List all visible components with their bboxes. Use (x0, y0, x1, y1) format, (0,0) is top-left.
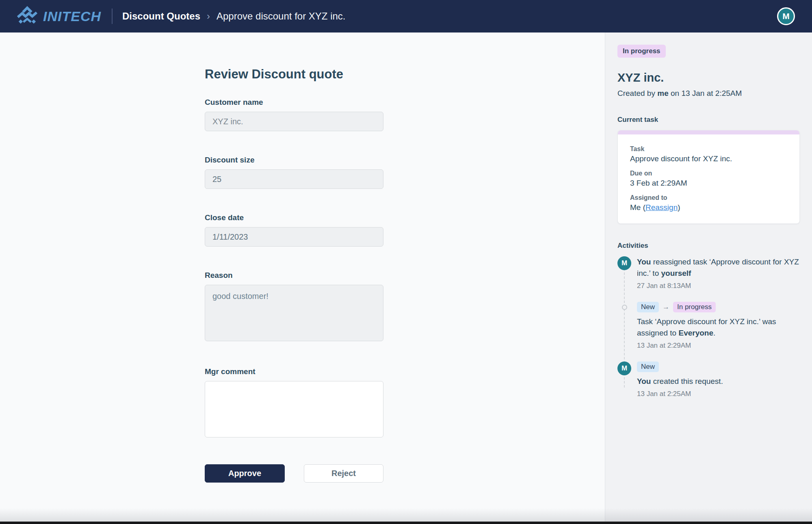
activity-text: You reassigned task ‘Approve discount fo… (637, 256, 800, 279)
customer-name-input (205, 112, 383, 131)
created-by-prefix: Created by (617, 89, 657, 97)
page-title: Review Discount quote (205, 67, 383, 82)
main-content: Review Discount quote Customer name Disc… (0, 32, 605, 522)
details-sidebar: In progress XYZ inc. Created by me on 13… (605, 32, 812, 522)
activity-item-created: M New You created this request. 13 Jan a… (617, 362, 800, 398)
activity-text: You created this request. (637, 376, 723, 387)
close-date-label: Close date (205, 213, 383, 222)
reject-button[interactable]: Reject (304, 464, 383, 483)
assigned-suffix: ) (678, 203, 680, 212)
activity-timestamp: 13 Jan at 2:25AM (637, 390, 723, 398)
activity-target: yourself (661, 269, 691, 277)
activity-actor: You (637, 258, 651, 266)
close-date-input (205, 227, 383, 247)
field-customer-name: Customer name (205, 98, 383, 131)
timeline-dot-icon (622, 305, 627, 310)
task-label: Task (630, 145, 787, 153)
breadcrumb-section[interactable]: Discount Quotes (122, 11, 200, 22)
activity-actor: You (637, 377, 651, 385)
status-new: New (637, 362, 723, 372)
activity-item-reassigned: M You reassigned task ‘Approve discount … (617, 256, 800, 290)
status-badge: In progress (617, 45, 666, 58)
nav-divider (112, 9, 113, 24)
activity-text-body: created this request. (651, 377, 723, 385)
task-value: Approve discount for XYZ inc. (630, 154, 787, 163)
discount-size-label: Discount size (205, 156, 383, 165)
breadcrumb: Discount Quotes › Approve discount for X… (122, 11, 346, 22)
top-navigation-bar: INITECH Discount Quotes › Approve discou… (0, 0, 812, 32)
mgr-comment-textarea[interactable] (205, 381, 383, 437)
window-bottom-edge (0, 522, 812, 524)
created-by-author: me (657, 89, 668, 97)
assigned-to-label: Assigned to (630, 194, 787, 201)
reason-label: Reason (205, 271, 383, 280)
customer-name-label: Customer name (205, 98, 383, 107)
logo-wordmark: INITECH (43, 9, 101, 24)
activity-timestamp: 27 Jan at 8:13AM (637, 282, 800, 290)
activity-text: Task ‘Approve discount for XYZ inc.’ was… (637, 316, 800, 339)
activity-timestamp: 13 Jan at 2:29AM (637, 342, 800, 350)
mgr-comment-label: Mgr comment (205, 367, 383, 376)
current-task-card: Task Approve discount for XYZ inc. Due o… (617, 130, 800, 224)
field-close-date: Close date (205, 213, 383, 247)
activity-text-period: . (713, 329, 715, 337)
status-transition: New → In progress (637, 302, 800, 312)
breadcrumb-chevron-icon: › (207, 11, 210, 22)
assigned-prefix: Me ( (630, 203, 645, 212)
activities-section-label: Activities (617, 242, 800, 250)
activity-avatar: M (617, 362, 631, 375)
request-title: XYZ inc. (617, 71, 800, 84)
reassign-link[interactable]: Reassign (645, 203, 678, 212)
initech-logo[interactable]: INITECH (16, 6, 101, 26)
field-reason: Reason (205, 271, 383, 343)
due-on-label: Due on (630, 170, 787, 177)
status-new-badge: New (637, 362, 659, 372)
reason-textarea (205, 285, 383, 341)
timeline-marker-column (617, 302, 631, 350)
user-avatar[interactable]: M (777, 7, 795, 25)
arrow-right-icon: → (663, 303, 669, 311)
breadcrumb-current-page: Approve discount for XYZ inc. (217, 11, 345, 22)
due-on-value: 3 Feb at 2:29AM (630, 179, 787, 188)
field-mgr-comment: Mgr comment (205, 367, 383, 439)
assigned-to-value: Me (Reassign) (630, 203, 787, 212)
activity-avatar: M (617, 256, 631, 270)
initech-logo-icon (16, 6, 38, 26)
activity-target: Everyone (678, 329, 713, 337)
approve-button[interactable]: Approve (205, 464, 285, 483)
status-from-badge: New (637, 302, 659, 312)
created-by-date: on 13 Jan at 2:25AM (669, 89, 742, 97)
discount-size-input (205, 169, 383, 189)
created-by-line: Created by me on 13 Jan at 2:25AM (617, 89, 800, 98)
activity-item-status-change: New → In progress Task ‘Approve discount… (617, 302, 800, 350)
field-discount-size: Discount size (205, 156, 383, 189)
card-accent-strip (618, 130, 799, 134)
current-task-section-label: Current task (617, 116, 800, 124)
activity-timeline: M You reassigned task ‘Approve discount … (617, 256, 800, 398)
status-to-badge: In progress (673, 302, 716, 312)
